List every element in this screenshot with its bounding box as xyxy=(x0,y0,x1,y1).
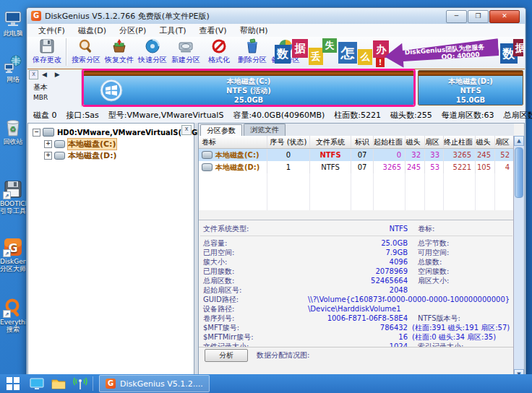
table-row-d[interactable]: 本地磁盘(D:) 1 NTFS 07 3265 245 53 5221 105 … xyxy=(199,161,514,173)
ad-banner[interactable]: 数 据 丢 失 怎 么 办 ! DiskGenius团队为您服务 QQ: 400… xyxy=(275,38,523,68)
analyze-row: 分析 数据分配情况图: xyxy=(199,347,514,363)
scroll-up-icon[interactable]: ▲ xyxy=(514,136,524,146)
tree-node-d[interactable]: + 本地磁盘(D:) xyxy=(28,150,194,161)
search-partition-button[interactable]: 搜索分区 xyxy=(69,37,103,69)
folder-icon xyxy=(51,376,66,391)
recover-files-button[interactable]: 恢复文件 xyxy=(103,37,136,69)
partition-bar-d[interactable]: 本地磁盘(D:) NTFS 15.0GB xyxy=(418,70,523,105)
close-button[interactable]: ✕ xyxy=(489,10,520,23)
new-partition-button[interactable]: 新建分区 xyxy=(169,37,202,69)
shortcut-arrow-icon: ↗ xyxy=(3,191,11,199)
desktop-icon-recycle-bin[interactable]: ♻ 回收站 xyxy=(0,117,26,145)
partition-fs: NTFS xyxy=(460,86,481,95)
cell-volume-label: 本地磁盘(C:) xyxy=(215,149,259,161)
panel-close-icon[interactable]: x xyxy=(29,70,38,79)
minimize-button[interactable]: ─ xyxy=(446,10,467,23)
partition-bar-c[interactable]: 本地磁盘(C:) NTFS (活动) 25.0GB xyxy=(83,70,414,105)
cell-filesystem: NTFS xyxy=(310,161,351,173)
expand-icon[interactable]: + xyxy=(44,140,52,148)
windows-logo-icon xyxy=(100,79,123,102)
col-start-head[interactable]: 磁头 xyxy=(406,136,425,148)
tree-node-label: 本地磁盘(D:) xyxy=(68,150,117,161)
analyze-button[interactable]: 分析 xyxy=(205,349,248,362)
menu-view[interactable]: 查看(V) xyxy=(193,25,233,36)
cell-start-cylinder: 3265 xyxy=(374,161,406,173)
detail-label: $MFTMirr簇号: xyxy=(203,332,308,342)
partition-bar-cap xyxy=(84,71,413,76)
menu-partition[interactable]: 分区(P) xyxy=(113,25,153,36)
svg-text:♻: ♻ xyxy=(10,125,17,133)
cell-end-sector: 4 xyxy=(495,161,514,173)
col-filesystem[interactable]: 文件系统 xyxy=(310,136,351,148)
windows-start-icon xyxy=(7,377,20,390)
col-end-cylinder[interactable]: 终止柱面 xyxy=(444,136,476,148)
menu-tools[interactable]: 工具(T) xyxy=(153,25,192,36)
ad-tile: 数 xyxy=(275,45,291,64)
detail-label: 可用空间: xyxy=(418,248,449,257)
table-row-c[interactable]: 本地磁盘(C:) 0 NTFS 07 0 32 33 3265 245 52 xyxy=(199,149,514,161)
show-desktop-button[interactable] xyxy=(26,374,48,393)
tab-partition-params[interactable]: 分区参数 xyxy=(200,124,242,137)
network-status-button[interactable] xyxy=(69,374,91,393)
partition-name: 本地磁盘(C:) xyxy=(227,77,270,86)
diskbar-nav-panel: x ◀ ▶ 基本 MBR xyxy=(27,69,82,107)
volume-icon xyxy=(54,140,65,148)
toolbar-label: 恢复文件 xyxy=(105,55,134,65)
col-id[interactable]: 标识 xyxy=(351,136,374,148)
collapse-icon[interactable]: − xyxy=(33,129,40,137)
col-start-cylinder[interactable]: 起始柱面 xyxy=(374,136,406,148)
cell-start-head: 32 xyxy=(406,149,425,161)
col-volume-label[interactable]: 卷标 xyxy=(199,136,267,148)
title-bar[interactable]: G DiskGenius V5.1.2.766 免费版(单文件PE版) ─ ❐ … xyxy=(27,8,525,24)
desktop-icon-everything[interactable]: ↗ Everything搜索 xyxy=(0,298,26,333)
expand-icon[interactable]: + xyxy=(44,152,52,160)
detail-label: 总簇数: xyxy=(418,257,442,267)
col-number-status[interactable]: 序号 (状态) xyxy=(267,136,310,148)
col-end-sector[interactable]: 扇区 xyxy=(495,136,514,148)
maximize-button[interactable]: ❐ xyxy=(468,10,489,23)
tab-browse-files[interactable]: 浏览文件 xyxy=(244,124,286,136)
disk-nav-arrows[interactable]: ◀ ▶ xyxy=(42,71,63,78)
table-header-row: 卷标 序号 (状态) 文件系统 标识 起始柱面 磁头 扇区 终止柱面 磁头 扇区 xyxy=(199,136,514,149)
disk-number: 磁盘 0 xyxy=(33,110,57,121)
desktop-icon-diskgenius[interactable]: G ↗ DiskGenius分区大师 xyxy=(0,237,26,272)
disk-scheme-label: MBR xyxy=(33,94,48,101)
cell-end-sector: 52 xyxy=(495,149,514,161)
save-changes-button[interactable]: 保存更改 xyxy=(30,37,64,69)
start-button[interactable] xyxy=(0,374,26,393)
toolbar: 保存更改 搜索分区 恢复文件 快速分区 新建分区 格式化 xyxy=(27,37,525,69)
menu-disk[interactable]: 磁盘(D) xyxy=(72,25,113,36)
col-end-head[interactable]: 磁头 xyxy=(476,136,495,148)
partition-size: 25.0GB xyxy=(234,95,264,105)
desktop-icon-bootice[interactable]: ↗ BOOTICE引导工具 xyxy=(0,179,26,215)
format-button[interactable]: 格式化 xyxy=(202,37,236,69)
panel-close-icon[interactable]: x xyxy=(181,125,192,135)
bootice-icon: ↗ xyxy=(3,179,23,199)
desktop-icon-this-pc[interactable]: 此电脑 xyxy=(0,9,26,37)
scrollbar-thumb[interactable] xyxy=(515,147,523,198)
vertical-scrollbar[interactable]: ▲ ▼ xyxy=(513,136,524,379)
desktop-icon-network[interactable]: 网络 xyxy=(0,55,26,83)
detail-suffix: (柱面:0 磁头:34 扇区:35) xyxy=(412,332,496,342)
cell-start-cylinder: 0 xyxy=(374,149,406,161)
toolbar-label: 搜索分区 xyxy=(72,55,100,65)
menu-help[interactable]: 帮助(H) xyxy=(233,25,275,36)
partition-fs: NTFS (活动) xyxy=(226,86,271,95)
file-explorer-button[interactable] xyxy=(48,374,69,393)
quick-partition-button[interactable]: 快速分区 xyxy=(136,37,169,69)
tree-node-disk[interactable]: − HD0:VMware,VMwareVirtualS(40GB) xyxy=(28,126,194,138)
ad-tile: 办 xyxy=(373,40,389,58)
disk-capacity: 容量:40.0GB(40960MB) xyxy=(233,110,325,121)
desktop-icon-label: BOOTICE引导工具 xyxy=(0,200,29,215)
taskbar-app-diskgenius[interactable]: G DiskGenius V5.1.2.... xyxy=(99,375,210,392)
menu-file[interactable]: 文件(F) xyxy=(32,25,72,36)
col-start-sector[interactable]: 扇区 xyxy=(425,136,444,148)
new-partition-icon xyxy=(178,38,194,54)
tree-node-c[interactable]: + 本地磁盘(C:) xyxy=(28,138,194,150)
data-map-label: 数据分配情况图: xyxy=(257,350,309,360)
detail-label: 已用空间: xyxy=(203,248,308,257)
quick-partition-icon xyxy=(145,38,160,54)
detail-label: 卷标: xyxy=(418,224,434,233)
cell-id: 07 xyxy=(351,161,374,173)
delete-partition-button[interactable]: 删除分区 xyxy=(236,37,269,69)
